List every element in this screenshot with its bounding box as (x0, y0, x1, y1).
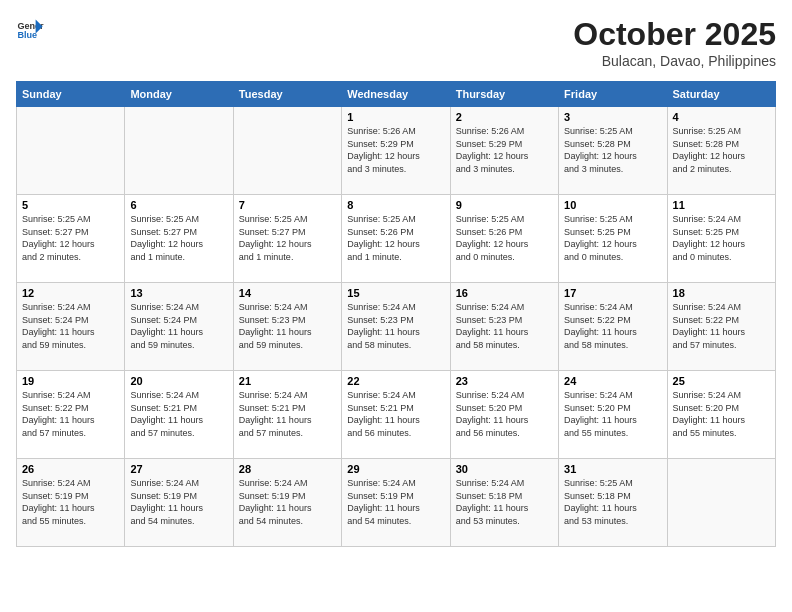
calendar-cell: 18Sunrise: 5:24 AM Sunset: 5:22 PM Dayli… (667, 283, 775, 371)
day-info: Sunrise: 5:25 AM Sunset: 5:18 PM Dayligh… (564, 477, 661, 527)
day-info: Sunrise: 5:24 AM Sunset: 5:21 PM Dayligh… (347, 389, 444, 439)
svg-text:Blue: Blue (17, 30, 37, 40)
week-row-1: 1Sunrise: 5:26 AM Sunset: 5:29 PM Daylig… (17, 107, 776, 195)
day-number: 3 (564, 111, 661, 123)
weekday-header-saturday: Saturday (667, 82, 775, 107)
day-info: Sunrise: 5:24 AM Sunset: 5:20 PM Dayligh… (673, 389, 770, 439)
calendar-cell: 28Sunrise: 5:24 AM Sunset: 5:19 PM Dayli… (233, 459, 341, 547)
day-info: Sunrise: 5:24 AM Sunset: 5:24 PM Dayligh… (22, 301, 119, 351)
day-number: 15 (347, 287, 444, 299)
weekday-header-thursday: Thursday (450, 82, 558, 107)
day-number: 18 (673, 287, 770, 299)
day-number: 12 (22, 287, 119, 299)
day-number: 6 (130, 199, 227, 211)
calendar-cell: 20Sunrise: 5:24 AM Sunset: 5:21 PM Dayli… (125, 371, 233, 459)
day-number: 4 (673, 111, 770, 123)
logo-icon: General Blue (16, 16, 44, 44)
calendar-cell (667, 459, 775, 547)
day-info: Sunrise: 5:26 AM Sunset: 5:29 PM Dayligh… (347, 125, 444, 175)
calendar-cell (233, 107, 341, 195)
day-number: 7 (239, 199, 336, 211)
day-info: Sunrise: 5:24 AM Sunset: 5:19 PM Dayligh… (130, 477, 227, 527)
calendar-cell: 23Sunrise: 5:24 AM Sunset: 5:20 PM Dayli… (450, 371, 558, 459)
day-info: Sunrise: 5:24 AM Sunset: 5:21 PM Dayligh… (239, 389, 336, 439)
calendar-cell: 21Sunrise: 5:24 AM Sunset: 5:21 PM Dayli… (233, 371, 341, 459)
calendar-cell: 7Sunrise: 5:25 AM Sunset: 5:27 PM Daylig… (233, 195, 341, 283)
day-info: Sunrise: 5:25 AM Sunset: 5:28 PM Dayligh… (564, 125, 661, 175)
week-row-2: 5Sunrise: 5:25 AM Sunset: 5:27 PM Daylig… (17, 195, 776, 283)
day-number: 14 (239, 287, 336, 299)
week-row-4: 19Sunrise: 5:24 AM Sunset: 5:22 PM Dayli… (17, 371, 776, 459)
calendar-cell (125, 107, 233, 195)
day-info: Sunrise: 5:24 AM Sunset: 5:21 PM Dayligh… (130, 389, 227, 439)
day-info: Sunrise: 5:25 AM Sunset: 5:27 PM Dayligh… (130, 213, 227, 263)
day-info: Sunrise: 5:24 AM Sunset: 5:22 PM Dayligh… (564, 301, 661, 351)
calendar-cell: 3Sunrise: 5:25 AM Sunset: 5:28 PM Daylig… (559, 107, 667, 195)
calendar-cell: 26Sunrise: 5:24 AM Sunset: 5:19 PM Dayli… (17, 459, 125, 547)
calendar-cell: 13Sunrise: 5:24 AM Sunset: 5:24 PM Dayli… (125, 283, 233, 371)
weekday-header-friday: Friday (559, 82, 667, 107)
day-number: 8 (347, 199, 444, 211)
calendar-cell: 14Sunrise: 5:24 AM Sunset: 5:23 PM Dayli… (233, 283, 341, 371)
calendar-cell: 27Sunrise: 5:24 AM Sunset: 5:19 PM Dayli… (125, 459, 233, 547)
logo: General Blue (16, 16, 44, 44)
calendar-cell: 8Sunrise: 5:25 AM Sunset: 5:26 PM Daylig… (342, 195, 450, 283)
day-info: Sunrise: 5:24 AM Sunset: 5:20 PM Dayligh… (564, 389, 661, 439)
day-number: 11 (673, 199, 770, 211)
weekday-header-wednesday: Wednesday (342, 82, 450, 107)
title-block: October 2025 Bulacan, Davao, Philippines (573, 16, 776, 69)
day-number: 17 (564, 287, 661, 299)
weekday-header-sunday: Sunday (17, 82, 125, 107)
day-number: 21 (239, 375, 336, 387)
weekday-header-tuesday: Tuesday (233, 82, 341, 107)
calendar-cell: 25Sunrise: 5:24 AM Sunset: 5:20 PM Dayli… (667, 371, 775, 459)
month-title: October 2025 (573, 16, 776, 53)
week-row-3: 12Sunrise: 5:24 AM Sunset: 5:24 PM Dayli… (17, 283, 776, 371)
day-number: 30 (456, 463, 553, 475)
day-number: 9 (456, 199, 553, 211)
calendar-cell: 17Sunrise: 5:24 AM Sunset: 5:22 PM Dayli… (559, 283, 667, 371)
day-number: 1 (347, 111, 444, 123)
day-info: Sunrise: 5:24 AM Sunset: 5:19 PM Dayligh… (239, 477, 336, 527)
calendar-cell: 11Sunrise: 5:24 AM Sunset: 5:25 PM Dayli… (667, 195, 775, 283)
day-number: 26 (22, 463, 119, 475)
day-info: Sunrise: 5:24 AM Sunset: 5:23 PM Dayligh… (347, 301, 444, 351)
day-info: Sunrise: 5:24 AM Sunset: 5:18 PM Dayligh… (456, 477, 553, 527)
day-number: 5 (22, 199, 119, 211)
day-number: 13 (130, 287, 227, 299)
page-header: General Blue October 2025 Bulacan, Davao… (16, 16, 776, 69)
day-info: Sunrise: 5:24 AM Sunset: 5:19 PM Dayligh… (347, 477, 444, 527)
calendar-cell: 16Sunrise: 5:24 AM Sunset: 5:23 PM Dayli… (450, 283, 558, 371)
day-info: Sunrise: 5:25 AM Sunset: 5:27 PM Dayligh… (22, 213, 119, 263)
day-info: Sunrise: 5:25 AM Sunset: 5:28 PM Dayligh… (673, 125, 770, 175)
week-row-5: 26Sunrise: 5:24 AM Sunset: 5:19 PM Dayli… (17, 459, 776, 547)
day-info: Sunrise: 5:25 AM Sunset: 5:27 PM Dayligh… (239, 213, 336, 263)
calendar-table: SundayMondayTuesdayWednesdayThursdayFrid… (16, 81, 776, 547)
calendar-cell: 9Sunrise: 5:25 AM Sunset: 5:26 PM Daylig… (450, 195, 558, 283)
day-number: 10 (564, 199, 661, 211)
weekday-header-monday: Monday (125, 82, 233, 107)
day-number: 27 (130, 463, 227, 475)
day-number: 23 (456, 375, 553, 387)
location-subtitle: Bulacan, Davao, Philippines (573, 53, 776, 69)
calendar-cell: 19Sunrise: 5:24 AM Sunset: 5:22 PM Dayli… (17, 371, 125, 459)
calendar-cell: 24Sunrise: 5:24 AM Sunset: 5:20 PM Dayli… (559, 371, 667, 459)
day-info: Sunrise: 5:24 AM Sunset: 5:24 PM Dayligh… (130, 301, 227, 351)
day-number: 31 (564, 463, 661, 475)
day-info: Sunrise: 5:25 AM Sunset: 5:26 PM Dayligh… (456, 213, 553, 263)
calendar-cell: 5Sunrise: 5:25 AM Sunset: 5:27 PM Daylig… (17, 195, 125, 283)
day-number: 24 (564, 375, 661, 387)
day-info: Sunrise: 5:24 AM Sunset: 5:20 PM Dayligh… (456, 389, 553, 439)
calendar-cell: 30Sunrise: 5:24 AM Sunset: 5:18 PM Dayli… (450, 459, 558, 547)
day-number: 20 (130, 375, 227, 387)
calendar-cell: 2Sunrise: 5:26 AM Sunset: 5:29 PM Daylig… (450, 107, 558, 195)
day-number: 16 (456, 287, 553, 299)
day-number: 28 (239, 463, 336, 475)
calendar-cell: 4Sunrise: 5:25 AM Sunset: 5:28 PM Daylig… (667, 107, 775, 195)
day-number: 2 (456, 111, 553, 123)
day-info: Sunrise: 5:25 AM Sunset: 5:26 PM Dayligh… (347, 213, 444, 263)
day-info: Sunrise: 5:24 AM Sunset: 5:22 PM Dayligh… (673, 301, 770, 351)
calendar-cell: 29Sunrise: 5:24 AM Sunset: 5:19 PM Dayli… (342, 459, 450, 547)
calendar-cell: 31Sunrise: 5:25 AM Sunset: 5:18 PM Dayli… (559, 459, 667, 547)
day-info: Sunrise: 5:25 AM Sunset: 5:25 PM Dayligh… (564, 213, 661, 263)
